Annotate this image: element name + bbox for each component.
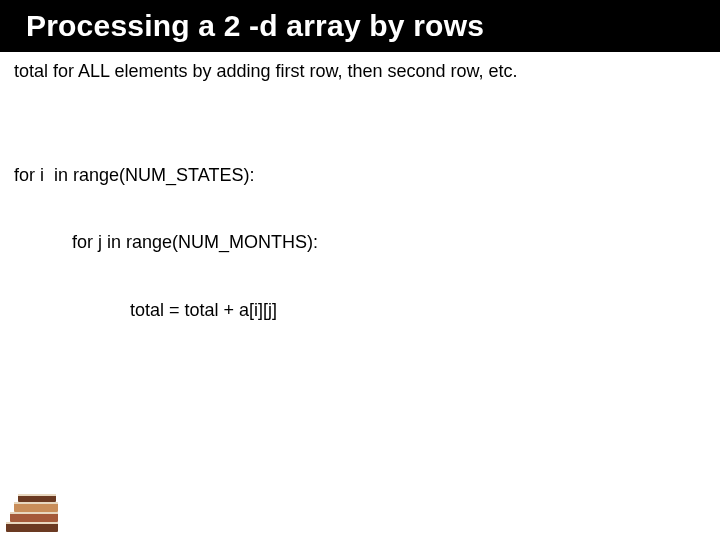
code-block: for i in range(NUM_STATES): for j in ran… [14,119,706,367]
code-line-3: total = total + a[i][j] [14,299,706,322]
title-bar: Processing a 2 -d array by rows [0,0,720,52]
books-icon [4,492,66,536]
svg-rect-7 [18,494,56,496]
slide-title: Processing a 2 -d array by rows [26,9,484,43]
svg-rect-3 [10,512,58,514]
code-line-2: for j in range(NUM_MONTHS): [14,231,706,254]
slide-content: total for ALL elements by adding first r… [14,60,706,366]
code-line-1: for i in range(NUM_STATES): [14,164,706,187]
slide: Processing a 2 -d array by rows total fo… [0,0,720,540]
description-text: total for ALL elements by adding first r… [14,60,706,83]
svg-rect-1 [6,522,58,524]
svg-rect-5 [14,502,58,504]
